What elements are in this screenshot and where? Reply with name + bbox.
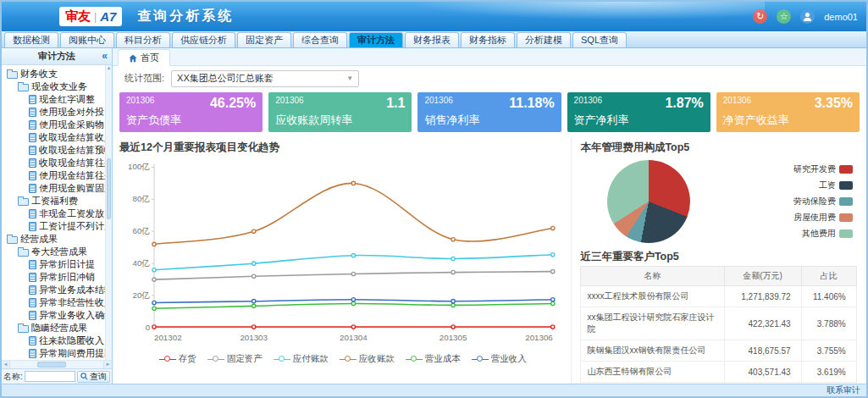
folder-icon <box>18 198 29 206</box>
module-tab-综合查询[interactable]: 综合查询 <box>293 32 347 47</box>
module-tab-SQL查询[interactable]: SQL查询 <box>572 32 627 47</box>
tree-item[interactable]: 非现金工资发放 <box>3 207 105 220</box>
pie-legend-item-劳动保险费[interactable]: 劳动保险费 <box>793 196 853 207</box>
module-tab-数据检测[interactable]: 数据检测 <box>4 32 58 47</box>
table-header-金额(万元): 金额(万元) <box>724 267 801 286</box>
legend-label: 营业收入 <box>491 353 527 365</box>
tree-item-label: 工资福利费 <box>31 195 78 207</box>
scroll-right-icon[interactable]: ► <box>103 361 112 368</box>
tree-search-button[interactable]: 查询 <box>77 371 110 383</box>
pie-legend-item-其他费用[interactable]: 其他费用 <box>793 228 853 240</box>
tree-item[interactable]: 使用现金购置固定资产 <box>3 182 105 195</box>
audit-method-tree: 财务收支现金收支业务现金红字调整使用现金对外投资使用现金采购物资收取现金结算收入… <box>2 65 112 360</box>
tree-item[interactable]: 异常折旧计提 <box>3 258 105 271</box>
tree-item-label: 异常非经营性收入 <box>39 296 105 309</box>
kpi-name: 资产负债率 <box>126 113 181 128</box>
tree-item[interactable]: 收取现金结算往来款 <box>3 157 105 169</box>
tree-item[interactable]: 现金红字调整 <box>3 93 105 106</box>
tree-horizontal-scrollbar[interactable]: ◄ ► <box>2 360 112 368</box>
tree-item[interactable]: 收取现金结算收入 <box>3 131 105 144</box>
tree-item-label: 异常折旧计提 <box>39 258 95 271</box>
document-icon <box>29 260 36 269</box>
legend-marker-icon <box>207 355 224 363</box>
scope-select[interactable]: XX集团总公司汇总账套 ▼ <box>171 70 359 87</box>
tree-item[interactable]: 使用现金采购物资 <box>3 119 105 131</box>
tab-home[interactable]: 首页 <box>118 49 170 66</box>
legend-label: 应收账款 <box>359 353 395 365</box>
module-tab-分析建模[interactable]: 分析建模 <box>517 32 571 47</box>
pie-legend-swatch-icon <box>839 165 853 174</box>
module-tab-科目分析[interactable]: 科目分析 <box>116 32 170 47</box>
contact-audit-link[interactable]: 联系审计 <box>827 384 860 396</box>
tree-item-label: 隐瞒经营成果 <box>31 322 87 334</box>
legend-item-应付账款[interactable]: 应付账款 <box>274 353 329 365</box>
legend-item-营业成本[interactable]: 营业成本 <box>406 353 461 365</box>
star-icon[interactable]: ☆ <box>777 9 791 24</box>
legend-item-存货[interactable]: 存货 <box>159 353 196 365</box>
module-tab-固定资产[interactable]: 固定资产 <box>237 32 291 47</box>
tree-item-label: 工资计提不列计成本费用 <box>39 220 105 233</box>
svg-text:80亿: 80亿 <box>133 194 151 203</box>
tree-item[interactable]: 隐瞒经营成果 <box>3 322 105 334</box>
module-tab-财务报表[interactable]: 财务报表 <box>405 32 459 47</box>
horizontal-scroll-thumb[interactable] <box>37 362 66 368</box>
pie-legend-item-房屋使用费[interactable]: 房屋使用费 <box>793 212 853 224</box>
user-icon[interactable] <box>800 9 815 24</box>
page-tabbar: 首页 <box>113 48 866 66</box>
document-icon <box>29 285 36 295</box>
table-row: 江苏xx集团有限公司376,071.433.373% <box>581 383 856 384</box>
tree-item-label: 使用现金购置固定资产 <box>39 182 105 195</box>
tree-item-label: 异常期间费用提取 <box>39 347 105 360</box>
folder-icon <box>7 236 18 244</box>
kpi-value: 1.1 <box>386 96 405 111</box>
tree-item-label: 收取现金结算收入 <box>39 131 105 144</box>
tree-item[interactable]: 异常折旧冲销 <box>3 271 105 284</box>
tree-item[interactable]: 使用现金对外投资 <box>3 106 105 119</box>
svg-text:0: 0 <box>146 323 151 332</box>
table-row: xx集团工程设计研究院石家庄设计院422,321.433.788% <box>581 307 856 340</box>
pie-legend-item-工资[interactable]: 工资 <box>793 180 853 191</box>
kpi-value: 46.25% <box>210 96 256 111</box>
module-tab-财务指标[interactable]: 财务指标 <box>461 32 515 47</box>
tree-item-label: 异常业务收入确认 <box>39 309 105 322</box>
tree-vertical-scrollbar[interactable]: ▲ <box>105 65 112 360</box>
legend-label: 营业成本 <box>425 353 461 365</box>
legend-item-固定资产[interactable]: 固定资产 <box>207 353 263 365</box>
document-icon <box>29 108 36 117</box>
module-tab-阅账中心[interactable]: 阅账中心 <box>60 32 114 47</box>
module-tab-供应链分析[interactable]: 供应链分析 <box>172 32 235 47</box>
app-logo: 审友 | A7 <box>59 7 122 26</box>
module-tab-审计方法[interactable]: 审计方法 <box>349 32 403 47</box>
customer-name: 陕钢集团汉xx钢铁有限责任公司 <box>581 340 724 362</box>
svg-text:60亿: 60亿 <box>133 226 151 235</box>
tree-item[interactable]: 异常业务收入确认 <box>3 309 105 322</box>
scroll-left-icon[interactable]: ◄ <box>2 361 10 368</box>
trend-chart-title: 最近12个月重要报表项目变化趋势 <box>119 141 566 155</box>
tree-item[interactable]: 经营成果 <box>3 233 105 246</box>
legend-item-营业收入[interactable]: 营业收入 <box>472 353 527 365</box>
tree-item[interactable]: 异常期间费用提取 <box>3 347 105 360</box>
search-icon <box>80 373 88 380</box>
tree-item[interactable]: 异常非经营性收入 <box>3 296 105 309</box>
tree-item[interactable]: 收取现金结算预收款 <box>3 144 105 157</box>
tree-item[interactable]: 工资福利费 <box>3 195 105 207</box>
tree-item[interactable]: 现金收支业务 <box>3 80 105 93</box>
legend-item-应收账款[interactable]: 应收账款 <box>340 353 395 365</box>
kpi-card: 2013061.1应收账款周转率 <box>268 92 412 132</box>
refresh-icon[interactable]: ↻ <box>753 9 767 24</box>
legend-label: 固定资产 <box>227 353 263 365</box>
tree-item[interactable]: 夸大经营成果 <box>3 246 105 258</box>
status-bar: 联系审计 <box>2 384 866 396</box>
tree-item[interactable]: 往来款隐匿收入 <box>3 334 105 347</box>
trend-chart-panel: 最近12个月重要报表项目变化趋势 020亿40亿60亿80亿100亿201302… <box>119 137 566 384</box>
customer-name: xxxx工程技术股份有限公司 <box>581 286 724 307</box>
pie-legend-item-研究开发费[interactable]: 研究开发费 <box>793 163 853 175</box>
name-search-input[interactable] <box>25 371 75 382</box>
tree-item[interactable]: 使用现金结算往来款 <box>3 169 105 182</box>
kpi-name: 销售净利率 <box>424 113 479 128</box>
tree-item[interactable]: 异常业务成本结转 <box>3 284 105 296</box>
tree-item[interactable]: 财务收支 <box>3 68 105 80</box>
collapse-sidebar-icon[interactable]: « <box>102 50 108 62</box>
tree-item[interactable]: 工资计提不列计成本费用 <box>3 220 105 233</box>
vertical-scroll-thumb[interactable] <box>107 158 111 219</box>
